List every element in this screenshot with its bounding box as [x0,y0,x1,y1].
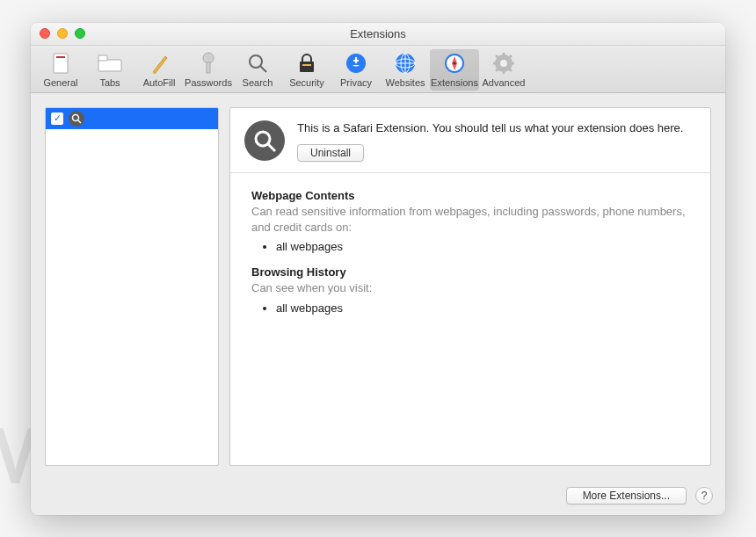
tab-label: Search [233,77,282,88]
general-icon [36,51,85,76]
tab-label: Security [282,77,331,88]
tab-label: Extensions [430,77,479,88]
permission-title: Browsing History [251,265,689,279]
tab-label: Advanced [479,77,528,88]
tabs-icon [85,51,134,76]
tab-label: General [36,77,85,88]
svg-point-4 [203,53,214,63]
extension-description: This is a Safari Extension. You should t… [297,120,696,136]
compass-icon [430,51,479,76]
tab-websites[interactable]: Websites [381,49,430,91]
uninstall-button[interactable]: Uninstall [297,144,364,162]
globe-icon [381,51,430,76]
content-area: ✓ This is a Safari Extension. You should… [31,93,725,480]
zoom-window-button[interactable] [75,28,85,39]
svg-point-6 [250,55,262,68]
preferences-toolbar: General Tabs AutoFill Passwords Search [31,46,725,93]
svg-point-20 [500,60,507,67]
svg-line-27 [496,69,498,71]
svg-rect-2 [98,60,121,71]
svg-line-28 [509,55,512,58]
more-extensions-button[interactable]: More Extensions... [566,487,687,504]
tab-extensions[interactable]: Extensions [430,49,479,91]
tab-label: Passwords [184,77,233,88]
key-icon [184,51,233,76]
search-icon [233,51,282,76]
extension-enable-checkbox[interactable]: ✓ [51,112,63,125]
permission-title: Webpage Contents [251,189,689,202]
tab-autofill[interactable]: AutoFill [134,49,184,91]
privacy-icon [331,51,381,76]
tab-search[interactable]: Search [233,49,282,91]
svg-point-18 [454,62,456,64]
tab-label: Websites [381,77,430,88]
tab-label: Tabs [85,77,134,88]
permission-list: all webpages [276,301,689,315]
svg-line-32 [268,144,275,151]
extension-detail-panel: This is a Safari Extension. You should t… [229,107,711,466]
svg-rect-8 [300,62,314,72]
permission-list-item: all webpages [276,240,689,253]
tab-tabs[interactable]: Tabs [85,49,134,91]
tab-passwords[interactable]: Passwords [184,49,233,91]
svg-line-26 [509,69,512,71]
window-footer: More Extensions... ? [31,480,725,515]
detail-header-text: This is a Safari Extension. You should t… [297,120,696,163]
svg-rect-3 [98,55,107,61]
tab-general[interactable]: General [36,49,85,91]
detail-header: This is a Safari Extension. You should t… [230,108,710,174]
tab-label: Privacy [331,77,381,88]
permission-description: Can see when you visit: [251,280,689,296]
minimize-window-button[interactable] [57,28,68,39]
tab-privacy[interactable]: Privacy [331,49,381,91]
titlebar: Extensions [31,23,725,46]
svg-rect-5 [207,62,210,73]
tab-security[interactable]: Security [282,49,331,91]
svg-line-30 [78,120,81,123]
svg-rect-1 [56,56,65,58]
traffic-lights [40,28,85,39]
lock-icon [282,51,331,76]
preferences-window: Extensions General Tabs AutoFill Passw [31,23,725,515]
svg-line-7 [260,66,266,72]
permission-list: all webpages [276,240,689,253]
gear-icon [479,51,528,76]
autofill-icon [134,51,184,76]
window-title: Extensions [350,27,406,40]
svg-line-25 [496,55,498,58]
extensions-sidebar: ✓ [45,107,219,466]
tab-advanced[interactable]: Advanced [479,49,528,91]
permissions-area: Webpage Contents Can read sensitive info… [230,173,710,343]
svg-rect-9 [302,64,311,66]
magnifier-icon [69,111,84,127]
permission-list-item: all webpages [276,301,689,315]
extension-list-item[interactable]: ✓ [46,108,218,129]
close-window-button[interactable] [40,28,50,39]
svg-point-29 [73,114,79,120]
tab-label: AutoFill [134,77,184,88]
permission-description: Can read sensitive information from webp… [251,204,689,235]
help-button[interactable]: ? [695,487,713,504]
magnifier-icon [244,120,285,161]
svg-point-31 [256,132,270,146]
